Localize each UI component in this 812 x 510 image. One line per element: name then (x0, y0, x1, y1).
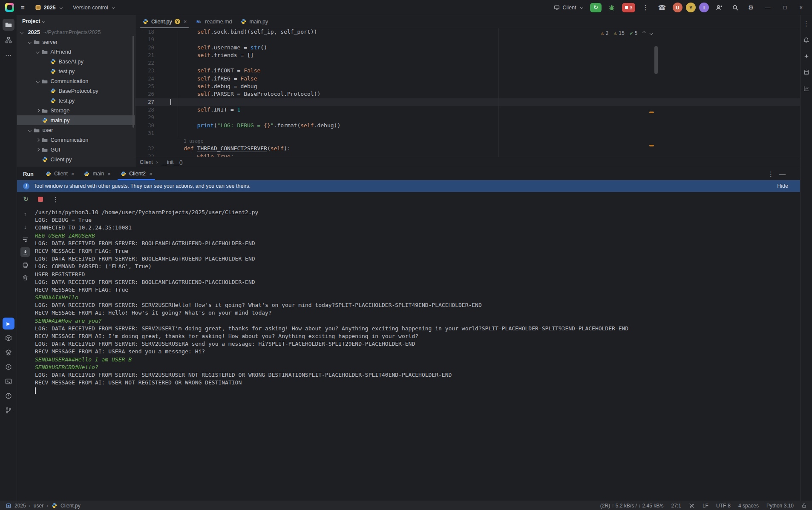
line-number[interactable]: 22 (135, 59, 159, 67)
chevron-right-icon[interactable] (36, 109, 40, 112)
run-tab-client[interactable]: Client× (40, 167, 79, 180)
close-tab-icon[interactable]: × (149, 171, 153, 177)
tree-item-baseai-py[interactable]: BaseAI.py (17, 57, 135, 66)
chevron-down-icon[interactable] (28, 129, 32, 132)
stop-icon[interactable] (38, 197, 43, 202)
tree-item-baseprotocol-py[interactable]: BaseProtocol.py (17, 86, 135, 96)
chevron-right-icon[interactable] (36, 148, 40, 152)
main-menu-icon[interactable]: ≡ (18, 2, 27, 13)
python-packages-icon[interactable] (3, 332, 14, 344)
maximize-button[interactable]: □ (779, 3, 791, 12)
tree-item-communication[interactable]: Communication (17, 76, 135, 86)
run-toolwindow-icon[interactable]: ▶ (3, 318, 14, 329)
vcs-widget[interactable]: Version control (69, 3, 118, 13)
tree-item-gui[interactable]: GUI (17, 145, 135, 155)
invite-user-icon[interactable] (713, 2, 725, 13)
search-icon[interactable] (729, 2, 741, 13)
python-interpreter[interactable]: Python 3.10 (766, 503, 794, 509)
chevron-down-icon[interactable] (36, 50, 40, 54)
services-toolwindow-icon[interactable] (3, 361, 14, 373)
run-config-selector[interactable]: Client (550, 3, 586, 13)
line-number[interactable]: 29 (135, 114, 159, 121)
ai-assistant-icon[interactable] (801, 51, 812, 61)
project-widget[interactable]: 2025 (32, 2, 65, 13)
warning-stripe-mark[interactable] (649, 145, 654, 146)
tree-item-2025[interactable]: 2025~/PycharmProjects/2025 (17, 27, 135, 37)
status-breadcrumb-item[interactable]: 2025 (14, 503, 26, 509)
settings-gear-icon[interactable]: ⚙ (746, 2, 756, 13)
database-toolwindow-icon[interactable] (801, 67, 812, 77)
navigate-down-icon[interactable]: ↓ (20, 222, 30, 231)
close-tab-icon[interactable]: × (71, 171, 75, 177)
line-number[interactable]: 32 (135, 145, 159, 152)
editor-scrollbar[interactable] (654, 46, 658, 74)
more-toolwindows-icon[interactable]: ⋯ (3, 49, 14, 61)
tree-item-communication[interactable]: Communication (17, 135, 135, 145)
breadcrumb-item[interactable]: __init__() (161, 159, 183, 165)
banner-hide-link[interactable]: Hide (777, 183, 788, 189)
project-panel-header[interactable]: Project (17, 15, 135, 27)
next-problem-icon[interactable] (650, 32, 653, 35)
caret-position[interactable]: 27:1 (671, 503, 681, 509)
previous-problem-icon[interactable] (642, 32, 645, 35)
chevron-down-icon[interactable] (36, 80, 40, 83)
lock-icon[interactable] (801, 503, 807, 508)
warnings-count[interactable]: ⚠2 (601, 30, 608, 36)
problems-toolwindow-icon[interactable] (3, 390, 14, 402)
line-number[interactable]: 33 (135, 153, 159, 157)
run-tab-client2[interactable]: Client2× (115, 167, 157, 180)
passed-count[interactable]: ✔5 (630, 30, 637, 36)
version-control-icon[interactable] (3, 404, 14, 416)
clear-console-icon[interactable] (20, 273, 30, 282)
line-number[interactable]: 31 (135, 129, 159, 137)
line-number[interactable]: 20 (135, 44, 159, 52)
hide-toolwindow-icon[interactable]: — (777, 169, 788, 179)
soft-wrap-icon[interactable] (20, 235, 30, 244)
rerun-button[interactable]: ↻ (590, 3, 602, 12)
debug-button[interactable] (606, 2, 618, 13)
guest-avatar-u[interactable]: U (673, 3, 682, 12)
scroll-to-end-icon[interactable] (20, 247, 30, 257)
more-options-icon[interactable]: ⋮ (801, 19, 812, 29)
chevron-down-icon[interactable] (20, 31, 23, 34)
line-number[interactable]: 30 (135, 122, 159, 129)
line-number[interactable]: 28 (135, 106, 159, 114)
file-encoding[interactable]: UTF-8 (716, 503, 731, 509)
editor-tab-client-py[interactable]: Client.pyY× (138, 15, 191, 28)
minimize-button[interactable]: — (761, 3, 775, 12)
line-number[interactable]: 24 (135, 75, 159, 83)
notifications-bell-icon[interactable] (801, 35, 812, 45)
run-options-icon[interactable]: ⋮ (765, 169, 777, 179)
tree-item-server[interactable]: server (17, 37, 135, 47)
guest-avatar-y[interactable]: Y (686, 3, 696, 12)
line-number[interactable]: 23 (135, 67, 159, 74)
project-tree-scrollbar[interactable] (132, 36, 134, 128)
close-tab-icon[interactable]: × (184, 18, 187, 25)
sciview-toolwindow-icon[interactable] (801, 83, 812, 94)
warning-stripe-mark[interactable] (649, 112, 654, 113)
rerun-icon[interactable]: ↻ (20, 194, 31, 205)
close-tab-icon[interactable]: × (108, 171, 111, 177)
indent-style[interactable]: 4 spaces (738, 503, 759, 509)
call-icon[interactable]: ☎ (655, 2, 668, 13)
line-number[interactable]: 26 (135, 90, 159, 98)
chevron-right-icon[interactable] (36, 138, 40, 142)
chevron-down-icon[interactable] (28, 40, 32, 44)
terminal-toolwindow-icon[interactable] (3, 375, 14, 387)
project-toolwindow-icon[interactable] (3, 19, 14, 31)
stop-button[interactable]: 3 (622, 3, 635, 12)
breadcrumb-item[interactable]: Client (140, 159, 153, 165)
editor-tab-readme-md[interactable]: M↓readme.md (191, 15, 236, 28)
console-output[interactable]: /usr/bin/python3.10 /home/user/PycharmPr… (33, 206, 800, 501)
line-separator[interactable]: LF (703, 503, 708, 509)
python-console-icon[interactable] (3, 347, 14, 358)
print-icon[interactable] (20, 260, 30, 269)
tree-item-client-py[interactable]: Client.py (17, 155, 135, 164)
code-editor[interactable]: 18 self.sock.bind((self_ip, self_port))1… (135, 28, 800, 157)
tree-item-test-py[interactable]: test.py (17, 66, 135, 76)
structure-toolwindow-icon[interactable] (3, 34, 14, 46)
line-number[interactable]: 21 (135, 52, 159, 59)
run-tab-main[interactable]: main× (79, 167, 115, 180)
navigate-up-icon[interactable]: ↑ (20, 209, 30, 218)
tree-item-test-py[interactable]: test.py (17, 96, 135, 106)
